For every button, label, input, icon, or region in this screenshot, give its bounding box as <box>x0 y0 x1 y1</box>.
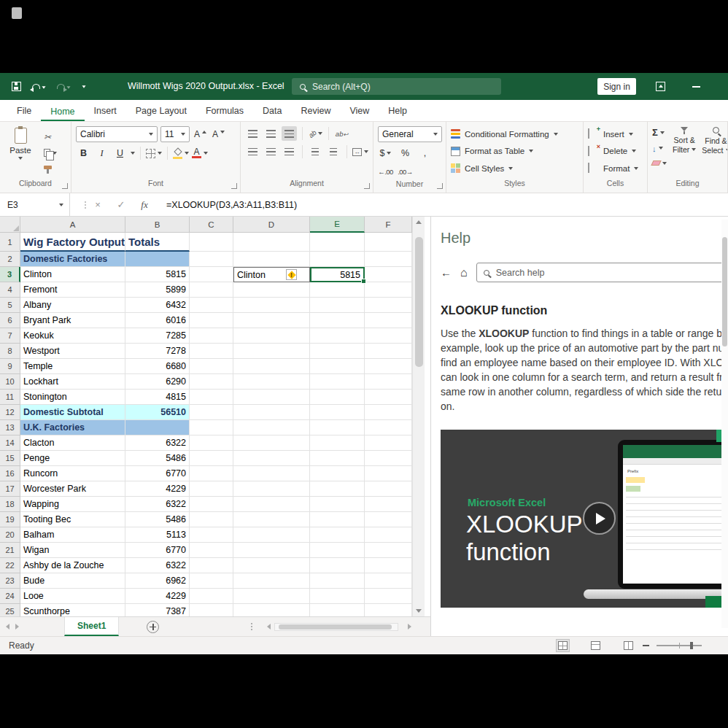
cell-A12[interactable]: Domestic Subtotal <box>20 405 125 420</box>
cell-D18[interactable] <box>233 497 310 512</box>
cell-C13[interactable] <box>190 420 233 435</box>
cell-B18[interactable]: 6322 <box>125 497 190 512</box>
cell-C6[interactable] <box>190 313 233 328</box>
cell-D13[interactable] <box>233 420 310 435</box>
decrease-font-size-button[interactable]: A <box>211 127 226 142</box>
cell-D22[interactable] <box>233 558 310 573</box>
cell-B7[interactable]: 7285 <box>125 328 190 344</box>
number-format-select[interactable]: General <box>378 126 442 142</box>
cell-A15[interactable]: Penge <box>20 451 125 466</box>
cell-E19[interactable] <box>310 512 365 527</box>
cell-E2[interactable] <box>310 252 365 267</box>
cell-F23[interactable] <box>365 573 412 589</box>
cell-E8[interactable] <box>310 344 365 359</box>
font-size-select[interactable]: 11 <box>160 126 190 142</box>
home-icon[interactable] <box>460 266 468 279</box>
cell-B13[interactable] <box>125 420 190 435</box>
undo-icon[interactable] <box>32 84 46 89</box>
zoom-out-icon[interactable] <box>643 645 649 646</box>
cell-C19[interactable] <box>190 512 233 527</box>
cell-B6[interactable]: 6016 <box>125 313 190 328</box>
col-header-B[interactable]: B <box>125 217 190 233</box>
cancel-icon[interactable]: × <box>86 199 109 210</box>
video-card[interactable]: Microsoft Excel XLOOKUP function Prefix <box>441 430 728 608</box>
cell-D6[interactable] <box>233 313 310 328</box>
format-as-table-button[interactable]: Format as Table <box>451 144 578 159</box>
name-box[interactable]: E3 <box>0 193 70 216</box>
cell-C22[interactable] <box>190 558 233 573</box>
cell-A19[interactable]: Tooting Bec <box>20 512 125 527</box>
middle-align-button[interactable] <box>263 126 279 141</box>
bold-button[interactable]: B <box>76 146 91 160</box>
scroll-down-icon[interactable] <box>416 609 422 613</box>
tab-insert[interactable]: Insert <box>85 101 126 121</box>
sheet-nav-left-icon[interactable] <box>6 624 9 630</box>
decrease-indent-button[interactable] <box>308 144 323 159</box>
cell-D12[interactable] <box>233 405 310 420</box>
row-header-23[interactable]: 23 <box>0 573 20 589</box>
cell-E17[interactable] <box>310 481 365 497</box>
cell-C10[interactable] <box>190 374 233 390</box>
font-color-button[interactable]: A <box>192 146 208 160</box>
cell-D15[interactable] <box>233 451 310 466</box>
col-header-E[interactable]: E <box>310 217 365 233</box>
cell-B15[interactable]: 5486 <box>125 451 190 466</box>
cell-D4[interactable] <box>233 282 310 298</box>
zoom-slider-thumb[interactable] <box>690 642 693 649</box>
cell-D2[interactable] <box>233 252 310 267</box>
save-icon[interactable] <box>12 82 21 91</box>
conditional-formatting-button[interactable]: Conditional Formatting <box>451 126 578 142</box>
cell-A24[interactable]: Looe <box>20 589 125 604</box>
cell-A1[interactable]: Wig Factory Output <box>20 233 125 252</box>
search-box[interactable]: Search (Alt+Q) <box>292 78 501 95</box>
cell-A22[interactable]: Ashby de la Zouche <box>20 558 125 573</box>
cell-A4[interactable]: Fremont <box>20 282 125 298</box>
cell-D21[interactable] <box>233 543 310 558</box>
help-search-box[interactable]: Search help <box>476 263 728 282</box>
row-header-3[interactable]: 3 <box>0 267 20 282</box>
decrease-decimal-button[interactable]: .00→ <box>398 164 413 179</box>
page-break-view-button[interactable] <box>622 640 635 651</box>
row-header-22[interactable]: 22 <box>0 558 20 573</box>
cell-E15[interactable] <box>310 451 365 466</box>
cell-A17[interactable]: Worcester Park <box>20 481 125 497</box>
select-all-button[interactable] <box>0 217 20 233</box>
col-header-C[interactable]: C <box>190 217 233 233</box>
cell-A7[interactable]: Keokuk <box>20 328 125 344</box>
row-header-10[interactable]: 10 <box>0 374 20 390</box>
row-header-21[interactable]: 21 <box>0 543 20 558</box>
cell-A3[interactable]: Clinton <box>20 267 125 282</box>
cell-C2[interactable] <box>190 252 233 267</box>
row-header-17[interactable]: 17 <box>0 481 20 497</box>
cell-C11[interactable] <box>190 390 233 405</box>
row-header-13[interactable]: 13 <box>0 420 20 435</box>
cell-E5[interactable] <box>310 298 365 313</box>
cell-D3[interactable]: Clinton! <box>233 267 310 282</box>
cell-B1[interactable]: Totals <box>125 233 190 252</box>
cell-B8[interactable]: 7278 <box>125 344 190 359</box>
cell-F20[interactable] <box>365 527 412 543</box>
sheet-tab-sheet1[interactable]: Sheet1 <box>64 617 119 636</box>
cell-C18[interactable] <box>190 497 233 512</box>
cell-F10[interactable] <box>365 374 412 390</box>
cell-E10[interactable] <box>310 374 365 390</box>
cell-E6[interactable] <box>310 313 365 328</box>
cell-C4[interactable] <box>190 282 233 298</box>
cell-A14[interactable]: Clacton <box>20 435 125 451</box>
cell-D16[interactable] <box>233 466 310 481</box>
cell-B11[interactable]: 4815 <box>125 390 190 405</box>
row-header-15[interactable]: 15 <box>0 451 20 466</box>
cell-F21[interactable] <box>365 543 412 558</box>
fill-handle[interactable] <box>361 279 366 284</box>
ribbon-display-options-icon[interactable] <box>656 82 665 91</box>
cell-F22[interactable] <box>365 558 412 573</box>
cell-E18[interactable] <box>310 497 365 512</box>
row-header-11[interactable]: 11 <box>0 390 20 405</box>
cell-E21[interactable] <box>310 543 365 558</box>
cell-E12[interactable] <box>310 405 365 420</box>
cell-C15[interactable] <box>190 451 233 466</box>
cell-A6[interactable]: Bryant Park <box>20 313 125 328</box>
row-header-14[interactable]: 14 <box>0 435 20 451</box>
cell-E11[interactable] <box>310 390 365 405</box>
cell-B10[interactable]: 6290 <box>125 374 190 390</box>
